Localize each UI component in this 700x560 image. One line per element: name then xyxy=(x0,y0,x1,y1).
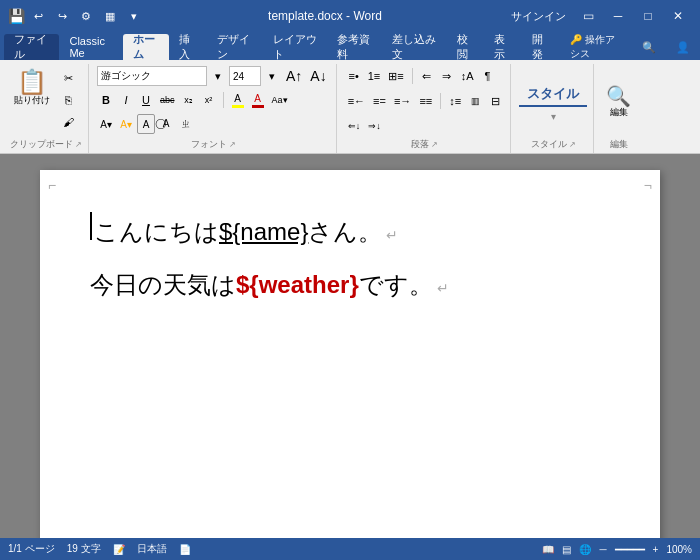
zoom-out-button[interactable]: ─ xyxy=(599,544,606,555)
ribbon: 📋 貼り付け ✂ ⎘ 🖌 クリップボード ↗ ▾ ▾ A↑ A↓ xyxy=(0,60,700,154)
print-layout-icon[interactable]: ▤ xyxy=(562,544,571,555)
ribbon-tab-bar: ファイル Classic Me ホーム 挿入 デザイン レイアウト 参考資料 差… xyxy=(0,32,700,60)
document-page[interactable]: ⌐ ⌐ こんにちは${name}さん。↵ 今日の天気は${weather}です。… xyxy=(40,170,660,538)
tab-view[interactable]: 表示 xyxy=(484,34,522,60)
cut-button[interactable]: ✂ xyxy=(58,68,78,88)
font-name-input[interactable] xyxy=(97,66,207,86)
paste-label: 貼り付け xyxy=(14,94,50,107)
document-area[interactable]: ⌐ ⌐ こんにちは${name}さん。↵ 今日の天気は${weather}です。… xyxy=(0,154,700,538)
shading-button[interactable]: ▥ xyxy=(466,91,484,111)
border-button[interactable]: A xyxy=(137,114,155,134)
clipboard-small-buttons: ✂ ⎘ 🖌 xyxy=(58,68,78,132)
statusbar-right: 📖 ▤ 🌐 ─ ━━━━━ + 100% xyxy=(542,544,692,555)
paragraph-expand-icon[interactable]: ↗ xyxy=(431,140,438,149)
grow-font-button[interactable]: A↑ xyxy=(283,66,305,86)
subscript-button[interactable]: x₂ xyxy=(180,90,198,110)
increase-indent-button[interactable]: ⇒ xyxy=(438,66,456,86)
style-expand-icon[interactable]: ↗ xyxy=(569,140,576,149)
circle-button[interactable]: ⃝A xyxy=(157,114,175,134)
font-label: フォント ↗ xyxy=(97,138,330,153)
indent-right-button[interactable]: ⇒↓ xyxy=(365,116,384,136)
close-button[interactable]: ✕ xyxy=(664,2,692,30)
shrink-font-button[interactable]: A↓ xyxy=(307,66,329,86)
change-case-button[interactable]: Aa▾ xyxy=(269,90,291,110)
multilevel-button[interactable]: ⊞≡ xyxy=(385,66,406,86)
tab-classic[interactable]: Classic Me xyxy=(59,34,122,60)
char-count[interactable]: 19 文字 xyxy=(67,542,101,556)
signin-button[interactable]: サインイン xyxy=(505,2,572,30)
paragraph-label: 段落 ↗ xyxy=(345,138,505,153)
read-mode-icon[interactable]: 📖 xyxy=(542,544,554,555)
copy-button[interactable]: ⎘ xyxy=(58,90,78,110)
paragraph-group: ≡• 1≡ ⊞≡ ⇐ ⇒ ↕A ¶ ≡← ≡= ≡→ ≡≡ ↕≡ ▥ xyxy=(339,64,512,153)
strikethrough-button[interactable]: abc xyxy=(157,90,178,110)
zoom-level[interactable]: 100% xyxy=(666,544,692,555)
sort-button[interactable]: ↕A xyxy=(458,66,477,86)
font-name-dropdown[interactable]: ▾ xyxy=(209,66,227,86)
tab-developer[interactable]: 開発 xyxy=(522,34,560,60)
border-para-button[interactable]: ⊟ xyxy=(486,91,504,111)
indent-left-button[interactable]: ⇐↓ xyxy=(345,116,364,136)
doc-line-2: 今日の天気は${weather}です。↵ xyxy=(90,263,610,306)
language-indicator[interactable]: 日本語 xyxy=(137,542,167,556)
text-effect-button[interactable]: A▾ xyxy=(97,114,115,134)
italic-button[interactable]: I xyxy=(117,90,135,110)
font-color-button[interactable]: A xyxy=(249,90,267,110)
tab-mailings[interactable]: 差し込み文 xyxy=(382,34,446,60)
clipboard-group: 📋 貼り付け ✂ ⎘ 🖌 クリップボード ↗ xyxy=(4,64,89,153)
tab-design[interactable]: デザイン xyxy=(207,34,262,60)
find-replace-button[interactable]: 🔍 編集 xyxy=(602,84,635,121)
thumbnails-button[interactable]: ▦ xyxy=(99,5,121,27)
tab-insert[interactable]: 挿入 xyxy=(169,34,207,60)
maximize-button[interactable]: □ xyxy=(634,2,662,30)
decrease-indent-button[interactable]: ⇐ xyxy=(418,66,436,86)
tab-layout[interactable]: レイアウト xyxy=(263,34,327,60)
font-size-input[interactable] xyxy=(229,66,261,86)
ribbon-display-button[interactable]: ▭ xyxy=(574,2,602,30)
align-right-button[interactable]: ≡→ xyxy=(391,91,414,111)
tab-home[interactable]: ホーム xyxy=(123,34,170,60)
align-center-button[interactable]: ≡= xyxy=(370,91,389,111)
clipboard-expand-icon[interactable]: ↗ xyxy=(75,140,82,149)
line-spacing-button[interactable]: ↕≡ xyxy=(446,91,464,111)
bullets-button[interactable]: ≡• xyxy=(345,66,363,86)
tab-file[interactable]: ファイル xyxy=(4,34,59,60)
font-size-dropdown[interactable]: ▾ xyxy=(263,66,281,86)
tab-help[interactable]: 🔑 操作アシス xyxy=(560,34,632,60)
page-indicator[interactable]: 1/1 ページ xyxy=(8,542,55,556)
underline-button[interactable]: U xyxy=(137,90,155,110)
redo-button[interactable]: ↪ xyxy=(51,5,73,27)
font-expand-icon[interactable]: ↗ xyxy=(229,140,236,149)
superscript-button[interactable]: x² xyxy=(200,90,218,110)
show-marks-button[interactable]: ¶ xyxy=(479,66,497,86)
minimize-button[interactable]: ─ xyxy=(604,2,632,30)
justify-button[interactable]: ≡≡ xyxy=(416,91,435,111)
tab-references[interactable]: 参考資料 xyxy=(327,34,382,60)
customize-qa-button[interactable]: ⚙ xyxy=(75,5,97,27)
more-qa-button[interactable]: ▾ xyxy=(123,5,145,27)
phonetic-button[interactable]: ㄓ xyxy=(177,114,195,134)
format-painter-button[interactable]: 🖌 xyxy=(58,112,78,132)
tab-search[interactable]: 🔍 xyxy=(632,34,666,60)
tab-account[interactable]: 👤 xyxy=(666,34,700,60)
style-normal-button[interactable]: スタイル xyxy=(519,83,587,107)
paste-icon: 📋 xyxy=(17,70,47,94)
numbering-button[interactable]: 1≡ xyxy=(365,66,384,86)
text-shading-button[interactable]: A▾ xyxy=(117,114,135,134)
align-left-button[interactable]: ≡← xyxy=(345,91,368,111)
style-dropdown[interactable]: ▾ xyxy=(551,109,556,122)
clipboard-label: クリップボード ↗ xyxy=(10,138,82,153)
undo-button[interactable]: ↩ xyxy=(27,5,49,27)
web-view-icon[interactable]: 🌐 xyxy=(579,544,591,555)
return-mark-2: ↵ xyxy=(437,276,449,301)
line1-suffix: さん。 xyxy=(308,210,382,253)
quick-access-toolbar: 💾 ↩ ↪ ⚙ ▦ ▾ xyxy=(8,5,145,27)
line2-suffix: です。 xyxy=(359,263,433,306)
highlight-button[interactable]: A xyxy=(229,90,247,110)
tab-review[interactable]: 校閲 xyxy=(447,34,485,60)
edit-group: 🔍 編集 編集 xyxy=(596,64,641,153)
zoom-in-button[interactable]: + xyxy=(653,544,659,555)
bold-button[interactable]: B xyxy=(97,90,115,110)
paste-button[interactable]: 📋 貼り付け xyxy=(10,68,54,109)
zoom-slider[interactable]: ━━━━━ xyxy=(615,544,645,555)
